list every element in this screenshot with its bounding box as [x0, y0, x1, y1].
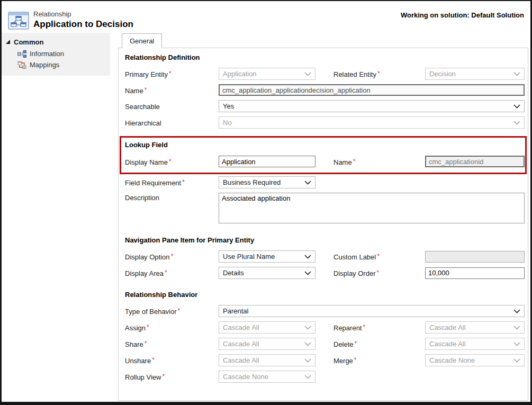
record-type-label: Relationship [33, 10, 133, 19]
section-heading-lookup-field: Lookup Field [125, 141, 525, 149]
relationship-editor-window: Relationship Application to Decision Wor… [0, 0, 532, 405]
reparent-label: Reparent* [333, 323, 425, 332]
form-row: Display Name* Name* [125, 156, 525, 167]
required-asterisk: * [169, 158, 172, 165]
lookup-name-label: Name* [333, 157, 425, 166]
required-asterisk: * [152, 356, 155, 364]
tab-general-label: General [130, 37, 154, 45]
delete-select: Cascade All [425, 338, 525, 350]
sidebar-item-label: Mappings [30, 61, 59, 69]
required-asterisk: * [171, 253, 174, 260]
required-asterisk: * [355, 340, 357, 347]
custom-label-label: Custom Label* [333, 252, 425, 261]
display-option-select[interactable]: Use Plural Name [219, 250, 315, 263]
name-label: Name* [125, 86, 219, 95]
required-asterisk: * [182, 178, 185, 186]
type-of-behavior-label: Type of Behavior* [125, 307, 219, 316]
chevron-down-icon [513, 326, 520, 330]
chevron-down-icon [513, 121, 520, 125]
rollup-view-label: Rollup View* [125, 372, 219, 381]
display-name-label: Display Name* [125, 157, 219, 166]
chevron-down-icon [513, 309, 520, 313]
form-row: Searchable Yes [125, 100, 525, 112]
required-asterisk: * [376, 269, 379, 276]
related-entity-select: Decision [425, 68, 525, 80]
header-texts: Relationship Application to Decision [33, 10, 133, 30]
form-row: Share* Cascade All Delete* Cascade All [125, 338, 525, 350]
chevron-down-icon [304, 375, 311, 379]
share-select: Cascade All [219, 338, 315, 350]
section-heading-relationship-definition: Relationship Definition [125, 53, 525, 61]
required-asterisk: * [145, 340, 147, 347]
section-heading-navigation-pane: Navigation Pane Item for Primary Entity [125, 236, 525, 244]
display-area-select[interactable]: Details [219, 267, 315, 279]
required-asterisk: * [354, 356, 357, 364]
hierarchical-label: Hierarchical [125, 118, 219, 127]
form-row: Primary Entity* Application Related Enti… [125, 68, 525, 80]
required-asterisk: * [169, 70, 172, 77]
rollup-view-select: Cascade None [219, 371, 315, 383]
required-asterisk: * [145, 86, 147, 94]
form-row: Unshare* Cascade All Merge* Cascade None [125, 354, 525, 366]
sidebar-group-label: Common [14, 38, 43, 46]
solution-banner: Working on solution: Default Solution [401, 11, 524, 19]
form-row: Assign* Cascade All Reparent* Cascade Al… [125, 321, 525, 334]
custom-label-input [425, 251, 525, 263]
primary-entity-select: Application [219, 68, 315, 80]
required-asterisk: * [147, 323, 149, 331]
share-label: Share* [125, 339, 219, 348]
hierarchical-select: No [219, 116, 525, 129]
assign-label: Assign* [125, 323, 219, 332]
description-textarea[interactable]: Associated application [219, 193, 525, 223]
required-asterisk: * [377, 253, 380, 260]
chevron-down-icon [513, 358, 520, 363]
sidebar-item-information[interactable]: Information [2, 48, 110, 59]
related-entity-label: Related Entity* [333, 69, 425, 78]
description-label: Description [125, 193, 219, 202]
assign-select: Cascade All [219, 321, 315, 334]
field-requirement-select[interactable]: Business Required [219, 176, 315, 188]
form-row: Type of Behavior* Parental [125, 305, 525, 317]
required-asterisk: * [377, 70, 380, 77]
sidebar-item-mappings[interactable]: Mappings [2, 59, 110, 70]
chevron-down-icon [513, 342, 520, 346]
required-asterisk: * [162, 373, 165, 380]
reparent-select: Cascade All [425, 321, 525, 334]
sidebar: Common Information [2, 33, 116, 402]
chevron-down-icon [513, 104, 520, 109]
form-row: Description Associated application [125, 193, 525, 223]
searchable-label: Searchable [125, 102, 219, 111]
chevron-down-icon [304, 255, 311, 259]
form-row: Rollup View* Cascade None [125, 371, 525, 383]
chevron-down-icon [304, 358, 311, 363]
form-row: Name* [125, 84, 525, 96]
display-order-input[interactable] [425, 267, 525, 279]
chevron-down-icon [304, 342, 311, 346]
chevron-down-icon [304, 72, 311, 76]
tab-general[interactable]: General [122, 33, 162, 48]
chevron-down-icon [304, 326, 311, 330]
display-name-input[interactable] [219, 156, 315, 167]
lookup-field-highlight-box: Lookup Field Display Name* Name* [120, 136, 527, 174]
chevron-down-icon [304, 181, 311, 185]
form-row: Display Option* Use Plural Name Custom L… [125, 250, 525, 263]
unshare-label: Unshare* [125, 356, 219, 365]
relationship-name-input [219, 84, 525, 96]
searchable-select[interactable]: Yes [219, 100, 525, 112]
display-order-label: Display Order* [333, 268, 425, 277]
merge-select: Cascade None [425, 354, 525, 366]
display-option-label: Display Option* [125, 252, 219, 261]
merge-label: Merge* [333, 356, 425, 365]
section-heading-relationship-behavior: Relationship Behavior [125, 291, 525, 299]
sidebar-group-common: Common Information [2, 33, 110, 76]
sidebar-group-header-common[interactable]: Common [2, 37, 110, 48]
lookup-name-input [425, 156, 525, 167]
type-of-behavior-select[interactable]: Parental [219, 305, 525, 317]
page-title: Application to Decision [33, 19, 133, 30]
delete-label: Delete* [333, 339, 425, 348]
required-asterisk: * [165, 269, 167, 276]
primary-entity-label: Primary Entity* [125, 69, 219, 78]
general-tab-panel: Relationship Definition Primary Entity* … [118, 48, 528, 401]
sitemap-icon [17, 50, 26, 58]
chevron-down-icon [304, 271, 311, 275]
